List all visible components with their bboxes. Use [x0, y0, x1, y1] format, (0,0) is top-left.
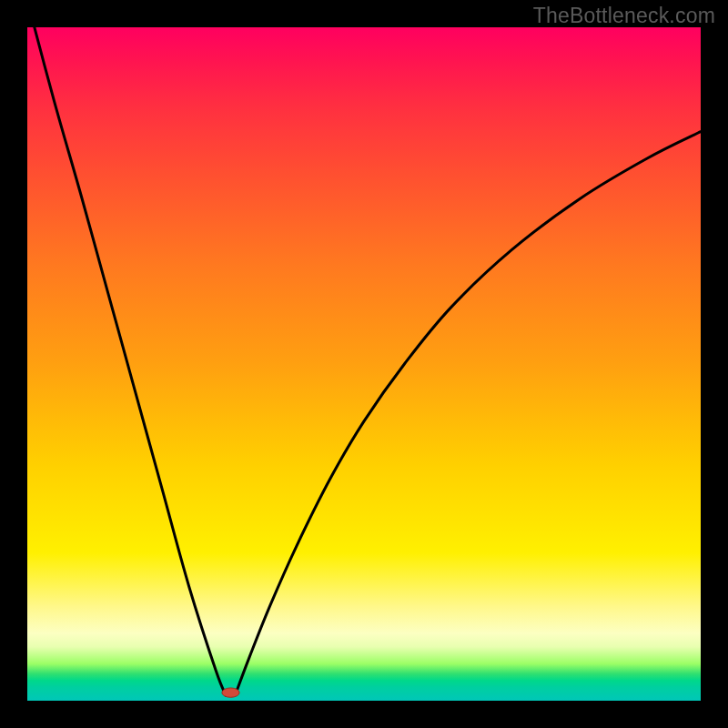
curve-svg — [27, 27, 701, 701]
plot-area — [27, 27, 701, 701]
chart-frame: TheBottleneck.com — [0, 0, 728, 728]
curve-right-branch — [236, 132, 701, 693]
minimum-marker — [222, 688, 239, 697]
curve-left-branch — [27, 27, 226, 695]
watermark-text: TheBottleneck.com — [533, 4, 715, 28]
